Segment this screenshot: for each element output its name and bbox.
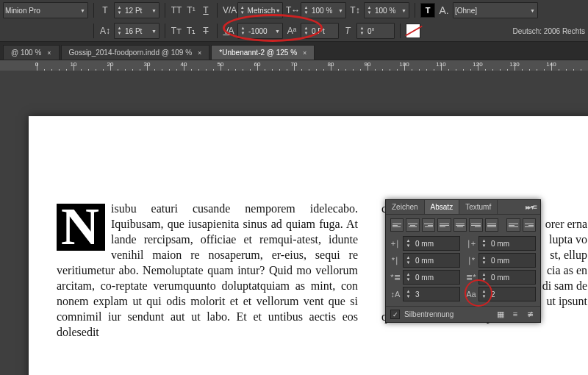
ruler-label: 60 [254,61,261,68]
tab-zeichen[interactable]: Zeichen [386,200,425,214]
stepper-up-icon[interactable]: ▲ [303,5,309,10]
superscript-icon[interactable]: T¹ [185,5,197,15]
font-size-icon: T [99,5,111,15]
align-left-button[interactable] [390,218,404,232]
font-family-field[interactable]: Minion Pro ▼ [3,2,88,18]
chevron-down-icon[interactable]: ▼ [274,29,281,34]
stepper-up-icon[interactable]: ▲ [116,5,123,10]
justify-right-button[interactable] [469,218,482,232]
paragraph-panel: Zeichen Absatz Textumf ▸▸ ▾≡ +∣▲▼0 mm ∣+… [385,199,541,323]
stepper-down-icon[interactable]: ▼ [240,31,246,36]
ruler-label: 130 [509,61,519,68]
stepper-up-icon[interactable]: ▲ [303,26,309,31]
vscale-field[interactable]: ▲▼ 100 % ▼ [364,2,409,18]
stroke-swatch[interactable] [406,24,420,38]
vscale-value: 100 % [375,7,395,15]
smallcaps-icon[interactable]: Tᴛ [171,26,182,36]
indent-right-field[interactable]: ∣+▲▼0 mm [466,236,536,251]
body-text-fragment: st, ellup [550,247,587,262]
ruler-label: 140 [546,61,556,68]
kerning-field[interactable]: ▲▼ Metrisch ▼ [237,2,283,18]
allcaps-icon[interactable]: TT [171,5,182,15]
stepper-down-icon[interactable]: ▼ [303,31,309,36]
document-tab[interactable]: *Unbenannt-2 @ 125 %× [211,45,315,60]
align-away-spine-button[interactable] [523,218,536,232]
dropcap-char: N [57,204,105,251]
space-after-field[interactable]: ≣*▲▼0 mm [466,270,536,285]
document-tab[interactable]: @ 100 %× [3,45,60,60]
chevron-down-icon[interactable]: ▼ [337,8,344,13]
char-style-icon[interactable]: A. [438,4,450,16]
align-right-button[interactable] [422,218,435,232]
tab-textumf[interactable]: Textumf [459,200,498,214]
tab-label: @ 100 % [11,49,41,57]
stepper-up-icon[interactable]: ▲ [240,26,246,31]
tracking-icon: VA [223,26,234,36]
ruler-label: 20 [107,61,114,68]
stepper-up-icon[interactable]: ▲ [116,26,123,31]
stepper-up-icon[interactable]: ▲ [366,5,373,10]
tab-absatz[interactable]: Absatz [425,200,460,214]
stepper-down-icon[interactable]: ▼ [303,10,309,15]
char-style-field[interactable]: [Ohne] ▼ [453,2,538,18]
align-center-button[interactable] [406,218,419,232]
panel-flyout-menu[interactable]: ▸▸ ▾≡ [521,200,540,214]
tracking-field[interactable]: ▲▼ -1000 ▼ [237,23,283,39]
leading-value: 16 Pt [125,27,142,35]
document-tab[interactable]: Gossip_2014-foodporn.indd @ 109 %× [61,45,210,60]
ruler-label: 90 [365,61,371,68]
baseline-value: 0 Pt [312,27,325,35]
chevron-down-icon[interactable]: ▼ [151,8,157,13]
fill-swatch[interactable]: T [420,3,435,18]
ruler-label: 120 [473,61,482,68]
tracking-value: -1000 [248,27,268,35]
baseline-grid-icon[interactable]: ≡ [509,310,521,319]
stepper-down-icon[interactable]: ▼ [116,10,123,15]
chevron-down-icon[interactable]: ▼ [529,8,536,13]
stepper-up-icon[interactable]: ▲ [359,26,365,31]
close-icon[interactable]: × [303,49,306,57]
text-column-left[interactable]: N isubu eaturi cusande nemporem idelecab… [57,201,358,340]
chevron-down-icon[interactable]: ▼ [275,8,281,13]
panel-footer: ✓ Silbentrennung ▦ ≡ ≢ [386,306,540,322]
close-icon[interactable]: × [198,49,201,57]
align-towards-spine-button[interactable] [506,218,520,232]
ruler-label: 70 [291,61,298,68]
stepper-down-icon[interactable]: ▼ [116,31,123,36]
hyphenation-label: Silbentrennung [404,310,453,318]
baseline-field[interactable]: ▲▼ 0 Pt [301,23,339,39]
leading-field[interactable]: ▲▼ 16 Pt ▼ [114,23,159,39]
dropcap-chars-field[interactable]: Aa▲▼2 [466,287,536,301]
chevron-down-icon[interactable]: ▼ [79,8,86,13]
ruler-label: 100 [399,61,409,68]
justify-all-button[interactable] [485,218,498,232]
underline-icon[interactable]: T [200,5,212,15]
body-text-fragment: di sam de [542,278,587,293]
first-indent-field[interactable]: *∣▲▼0 mm [390,253,460,268]
indent-left-field[interactable]: +∣▲▼0 mm [390,236,460,251]
body-text-fragment: ut ipsunt [546,293,587,309]
chevron-down-icon[interactable]: ▼ [151,29,157,34]
kerning-value: Metrisch [248,7,276,15]
stepper-up-icon[interactable]: ▲ [240,5,245,10]
shade-icon[interactable]: ▦ [495,310,506,319]
vscale-icon: T↕ [349,5,361,15]
skew-field[interactable]: ▲▼ 0° [356,23,395,39]
last-indent-field[interactable]: ∣*▲▼0 mm [466,253,536,268]
no-grid-icon[interactable]: ≢ [524,310,536,319]
justify-left-button[interactable] [437,218,451,232]
stepper-down-icon[interactable]: ▼ [240,10,245,15]
subscript-icon[interactable]: T₁ [185,26,197,36]
dropcap-lines-field[interactable]: ↕A▲▼3 [390,287,460,301]
font-size-field[interactable]: ▲▼ 12 Pt ▼ [114,2,159,18]
close-icon[interactable]: × [47,49,51,57]
stepper-down-icon[interactable]: ▼ [366,10,373,15]
chevron-down-icon[interactable]: ▼ [401,8,407,13]
hscale-field[interactable]: ▲▼ 100 % ▼ [301,2,346,18]
hyphenation-checkbox[interactable]: ✓ [390,310,400,319]
strikethrough-icon[interactable]: T [200,26,212,36]
justify-center-button[interactable] [453,218,467,232]
type-options-row-2: A↕ ▲▼ 16 Pt ▼ Tᴛ T₁ T VA ▲▼ -1000 ▼ Aª ▲… [0,21,588,41]
stepper-down-icon[interactable]: ▼ [359,31,365,36]
space-before-field[interactable]: *≣▲▼0 mm [390,270,460,285]
